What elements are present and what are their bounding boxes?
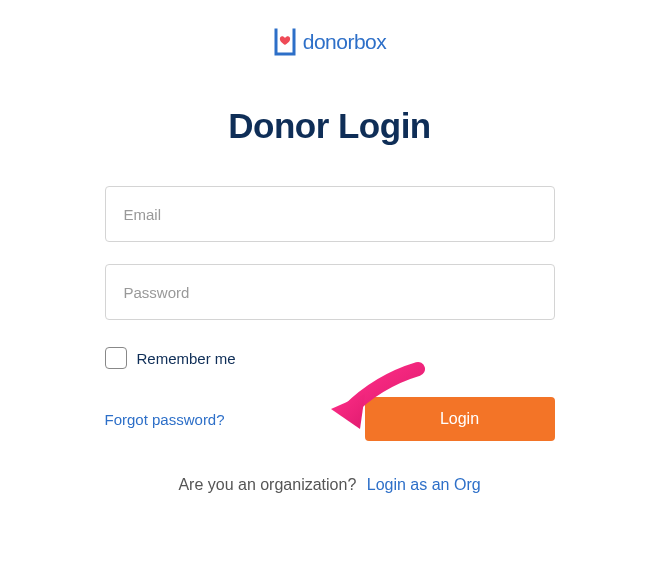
- login-form: Remember me Forgot password? Login Are y…: [105, 186, 555, 494]
- remember-row: Remember me: [105, 347, 555, 369]
- heart-box-icon: [273, 28, 297, 56]
- login-as-org-link[interactable]: Login as an Org: [367, 476, 481, 493]
- login-button[interactable]: Login: [365, 397, 555, 441]
- org-prompt-text: Are you an organization?: [178, 476, 356, 493]
- brand-name: donorbox: [303, 30, 387, 54]
- remember-checkbox[interactable]: [105, 347, 127, 369]
- brand-logo: donorbox: [273, 28, 387, 56]
- remember-label: Remember me: [137, 350, 236, 367]
- password-field[interactable]: [105, 264, 555, 320]
- forgot-password-link[interactable]: Forgot password?: [105, 411, 225, 428]
- page-title: Donor Login: [228, 106, 431, 146]
- actions-row: Forgot password? Login: [105, 397, 555, 441]
- email-field[interactable]: [105, 186, 555, 242]
- org-prompt-row: Are you an organization? Login as an Org: [105, 476, 555, 494]
